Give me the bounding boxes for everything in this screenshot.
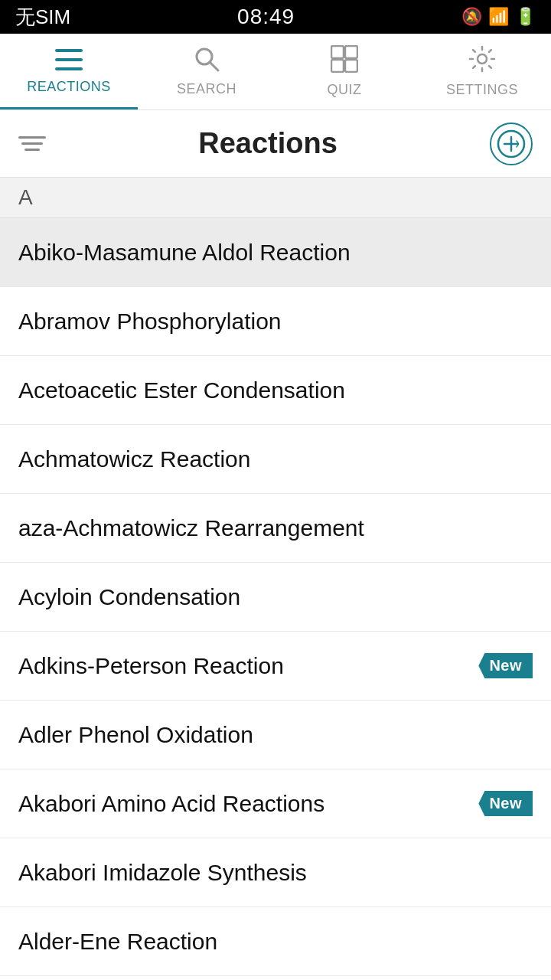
filter-line-2 <box>21 142 43 145</box>
page-title: Reactions <box>198 127 337 160</box>
svg-rect-5 <box>331 46 344 58</box>
settings-icon <box>468 45 496 77</box>
status-bar: 无SIM 08:49 🔕 📶 🔋 <box>0 0 551 34</box>
svg-rect-2 <box>55 67 83 70</box>
mute-icon: 🔕 <box>461 7 482 27</box>
new-badge: New <box>478 791 533 816</box>
reaction-name: Adler Phenol Oxidation <box>18 722 533 748</box>
reaction-name: Achmatowicz Reaction <box>18 446 533 472</box>
reaction-name: Akabori Imidazole Synthesis <box>18 860 533 886</box>
list-item[interactable]: Adler Phenol Oxidation <box>0 701 551 769</box>
section-a-header: A <box>0 178 551 218</box>
tab-bar: REACTIONS SEARCH QUIZ SETT <box>0 34 551 110</box>
battery-icon: 🔋 <box>515 7 536 27</box>
new-badge: New <box>478 653 533 678</box>
reaction-name: Alder-Ene Reaction <box>18 929 533 955</box>
list-item[interactable]: Achmatowicz Reaction <box>0 425 551 494</box>
reaction-name: Acyloin Condensation <box>18 584 533 610</box>
reaction-name: Adkins-Peterson Reaction <box>18 653 478 679</box>
settings-tab-label: SETTINGS <box>446 82 518 98</box>
tab-settings[interactable]: SETTINGS <box>413 34 551 109</box>
wifi-icon: 📶 <box>488 7 509 27</box>
quiz-icon <box>331 45 358 77</box>
filter-line-1 <box>18 136 46 139</box>
list-item[interactable]: aza-Achmatowicz Rearrangement <box>0 494 551 563</box>
tab-search[interactable]: SEARCH <box>138 34 276 109</box>
tab-reactions[interactable]: REACTIONS <box>0 34 138 109</box>
reaction-name: Abramov Phosphorylation <box>18 309 533 335</box>
svg-point-9 <box>478 54 487 64</box>
list-item[interactable]: Alder-Ene Reaction <box>0 907 551 976</box>
list-item[interactable]: Akabori Imidazole Synthesis <box>0 838 551 907</box>
svg-rect-0 <box>55 49 83 52</box>
list-item[interactable]: Acyloin Condensation <box>0 563 551 632</box>
status-icons: 🔕 📶 🔋 <box>461 7 536 27</box>
list-icon <box>55 49 83 74</box>
svg-rect-1 <box>55 58 83 61</box>
reactions-list: Abiko-Masamune Aldol ReactionAbramov Pho… <box>0 218 551 976</box>
list-item[interactable]: Acetoacetic Ester Condensation <box>0 356 551 425</box>
add-reaction-button[interactable] <box>490 122 533 165</box>
list-item[interactable]: Abramov Phosphorylation <box>0 287 551 356</box>
reactions-tab-label: REACTIONS <box>27 79 111 95</box>
list-item[interactable]: Abiko-Masamune Aldol Reaction <box>0 218 551 287</box>
reaction-name: Acetoacetic Ester Condensation <box>18 377 533 403</box>
quiz-tab-label: QUIZ <box>328 82 362 98</box>
reaction-name: Akabori Amino Acid Reactions <box>18 791 478 817</box>
list-item[interactable]: Akabori Amino Acid ReactionsNew <box>0 769 551 838</box>
svg-line-4 <box>210 62 218 70</box>
filter-button[interactable] <box>18 136 46 151</box>
page-header: Reactions <box>0 110 551 178</box>
filter-line-3 <box>24 149 40 151</box>
svg-rect-6 <box>345 46 357 58</box>
svg-rect-7 <box>331 60 344 72</box>
reaction-name: Abiko-Masamune Aldol Reaction <box>18 240 533 266</box>
search-tab-label: SEARCH <box>177 81 236 97</box>
list-item[interactable]: Adkins-Peterson ReactionNew <box>0 632 551 701</box>
reaction-name: aza-Achmatowicz Rearrangement <box>18 515 533 541</box>
svg-rect-8 <box>345 60 357 72</box>
search-icon <box>194 46 220 77</box>
tab-quiz[interactable]: QUIZ <box>276 34 413 109</box>
time-label: 08:49 <box>237 5 295 29</box>
carrier-label: 无SIM <box>15 4 70 31</box>
